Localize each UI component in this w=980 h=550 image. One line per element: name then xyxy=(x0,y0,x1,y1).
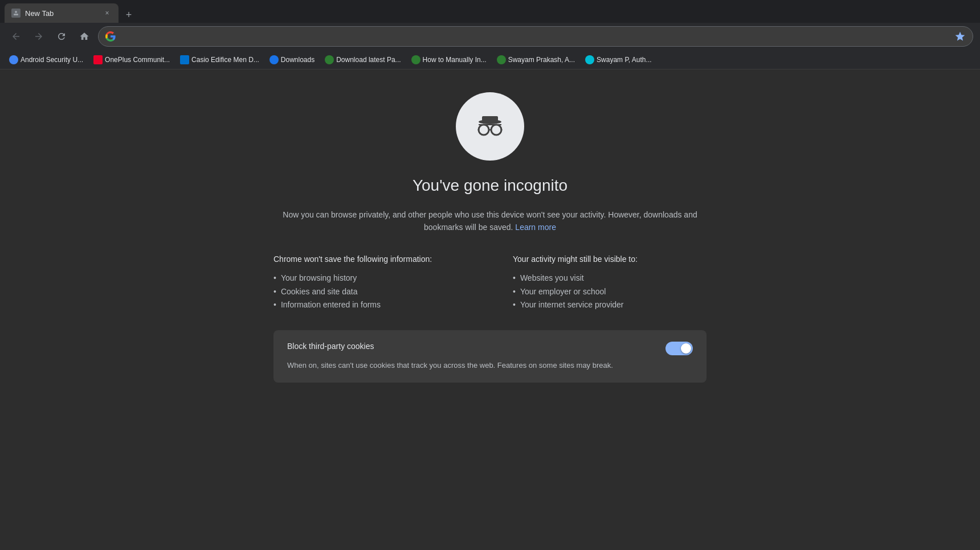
bookmark-android[interactable]: Android Security U... xyxy=(5,53,88,67)
bookmark-downloads[interactable]: Downloads xyxy=(265,53,319,67)
bookmark-favicon-swayam-p xyxy=(585,55,594,64)
bookmark-label-android: Android Security U... xyxy=(21,56,83,64)
bookmark-favicon-how-to xyxy=(411,55,420,64)
chrome-wont-save-column: Chrome won't save the following informat… xyxy=(273,255,467,312)
bookmark-oneplus[interactable]: OnePlus Communit... xyxy=(89,53,174,67)
tab-close-button[interactable]: × xyxy=(103,9,112,18)
still-visible-list: Websites you visit Your employer or scho… xyxy=(513,272,707,312)
chrome-wont-save-heading: Chrome won't save the following informat… xyxy=(273,255,467,264)
cookie-card-title: Block third-party cookies xyxy=(287,342,374,351)
title-bar: New Tab × + xyxy=(0,0,980,23)
bookmark-label-oneplus: OnePlus Communit... xyxy=(105,56,170,64)
info-columns: Chrome won't save the following informat… xyxy=(273,255,707,312)
bookmark-label-swayam-a: Swayam Prakash, A... xyxy=(508,56,575,64)
list-item-isp: Your internet service provider xyxy=(513,298,707,312)
new-tab-button[interactable]: + xyxy=(121,7,137,23)
svg-rect-3 xyxy=(482,116,498,123)
incognito-page: You've gone incognito Now you can browse… xyxy=(0,69,980,550)
bookmark-label-swayam-p: Swayam P, Auth... xyxy=(597,56,652,64)
home-button[interactable] xyxy=(75,27,93,46)
still-visible-column: Your activity might still be visible to:… xyxy=(513,255,707,312)
toolbar xyxy=(0,23,980,50)
list-item-cookies: Cookies and site data xyxy=(273,285,467,299)
forward-button[interactable] xyxy=(30,27,48,46)
back-button[interactable] xyxy=(7,27,25,46)
incognito-description: Now you can browse privately, and other … xyxy=(273,208,707,234)
active-tab[interactable]: New Tab × xyxy=(5,3,119,23)
bookmark-how-to[interactable]: How to Manually In... xyxy=(407,53,491,67)
reload-button[interactable] xyxy=(52,27,71,46)
svg-rect-1 xyxy=(14,14,18,15)
bookmark-favicon-casio xyxy=(180,55,189,64)
cookie-toggle[interactable] xyxy=(665,342,693,355)
bookmark-favicon-android xyxy=(9,55,18,64)
chrome-wont-save-list: Your browsing history Cookies and site d… xyxy=(273,272,467,312)
list-item-browsing-history: Your browsing history xyxy=(273,272,467,285)
list-item-forms: Information entered in forms xyxy=(273,298,467,312)
svg-point-0 xyxy=(15,11,17,13)
incognito-spy-icon xyxy=(469,106,511,147)
list-item-websites: Websites you visit xyxy=(513,272,707,285)
cookie-card-description: When on, sites can't use cookies that tr… xyxy=(287,360,693,371)
bookmark-label-how-to: How to Manually In... xyxy=(423,56,487,64)
google-favicon-icon xyxy=(105,31,116,42)
still-visible-heading: Your activity might still be visible to: xyxy=(513,255,707,264)
cookie-card: Block third-party cookies When on, sites… xyxy=(273,330,707,383)
bookmark-casio[interactable]: Casio Edifice Men D... xyxy=(175,53,264,67)
bookmark-label-download-latest: Download latest Pa... xyxy=(336,56,401,64)
tab-favicon xyxy=(11,9,21,18)
bookmark-favicon-swayam-a xyxy=(497,55,506,64)
bookmark-star-icon[interactable] xyxy=(954,31,966,42)
incognito-icon-container xyxy=(456,92,524,161)
svg-point-5 xyxy=(479,125,489,135)
cookie-card-header: Block third-party cookies xyxy=(287,342,693,355)
learn-more-link[interactable]: Learn more xyxy=(515,223,556,232)
bookmark-favicon-downloads xyxy=(270,55,279,64)
incognito-title: You've gone incognito xyxy=(413,177,567,195)
bookmark-swayam-p[interactable]: Swayam P, Auth... xyxy=(581,53,656,67)
list-item-employer: Your employer or school xyxy=(513,285,707,299)
tab-group: New Tab × + xyxy=(5,0,975,23)
tab-title: New Tab xyxy=(25,9,98,18)
bookmark-label-downloads: Downloads xyxy=(281,56,315,64)
address-bar[interactable] xyxy=(98,26,973,47)
bookmarks-bar: Android Security U... OnePlus Communit..… xyxy=(0,50,980,69)
bookmark-label-casio: Casio Edifice Men D... xyxy=(191,56,259,64)
bookmark-favicon-download-latest xyxy=(325,55,334,64)
bookmark-swayam-a[interactable]: Swayam Prakash, A... xyxy=(492,53,579,67)
bookmark-download-latest[interactable]: Download latest Pa... xyxy=(320,53,405,67)
incognito-description-text: Now you can browse privately, and other … xyxy=(283,210,697,232)
bookmark-favicon-oneplus xyxy=(93,55,103,64)
address-input[interactable] xyxy=(120,32,950,41)
svg-point-6 xyxy=(491,125,501,135)
